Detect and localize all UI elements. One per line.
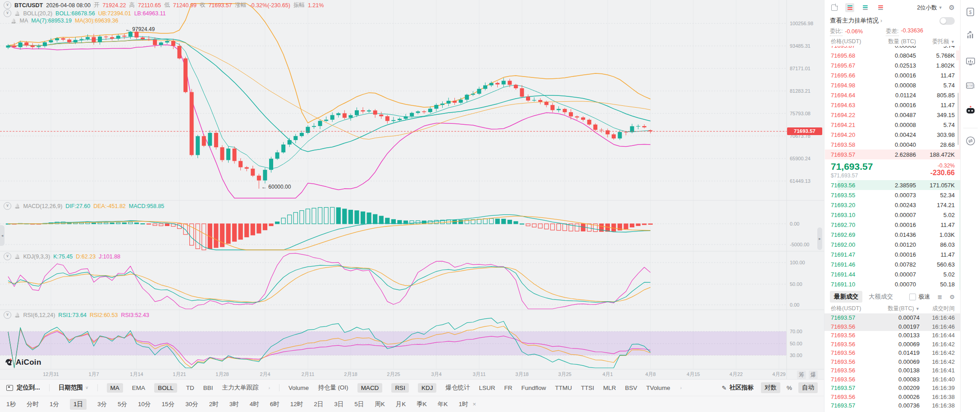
indicator-MA[interactable]: MA: [107, 383, 123, 393]
speed-checkbox[interactable]: [909, 294, 916, 300]
ask-row[interactable]: 71694.640.01124805.85: [824, 90, 960, 100]
bid-row[interactable]: 71692.700.0001611.47: [824, 220, 960, 230]
ask-row[interactable]: 71694.980.000085.74: [824, 80, 960, 90]
etf-icon[interactable]: ETF: [966, 81, 975, 91]
alert-bell-icon[interactable]: 🔔: [14, 11, 20, 16]
bid-row[interactable]: 71693.100.000075.02: [824, 210, 960, 220]
bot-icon[interactable]: [966, 105, 975, 115]
bid-row[interactable]: 71693.562.38595171.057K: [824, 180, 960, 190]
bid-row[interactable]: 71693.200.00243174.21: [824, 200, 960, 210]
timeframe-4时[interactable]: 4时: [250, 400, 259, 408]
bid-row[interactable]: 71690.980.000085.74: [824, 289, 960, 290]
chip-button-筹[interactable]: 筹: [797, 371, 806, 379]
main-orders-toggle[interactable]: [939, 17, 955, 25]
bid-row[interactable]: 71692.690.014361.03K: [824, 230, 960, 240]
timeframe-1秒[interactable]: 1秒: [6, 400, 16, 408]
decimal-selector[interactable]: 2位小数 ▼: [917, 4, 942, 12]
indicator-MLR[interactable]: MLR: [603, 385, 616, 391]
timeframe-2日[interactable]: 2日: [314, 400, 323, 408]
trade-row[interactable]: 71693.560.0141916:16:42: [824, 349, 960, 358]
indicator-TVolume[interactable]: TVolume: [646, 385, 670, 391]
collapse-chevron-icon[interactable]: ∨: [4, 253, 11, 260]
indicator-TTMU[interactable]: TTMU: [555, 385, 572, 391]
ask-row[interactable]: 71693.572.62886188.472K: [824, 149, 960, 159]
indicator-主力大单跟踪[interactable]: 主力大单跟踪: [222, 384, 258, 392]
timeframe-10分[interactable]: 10分: [138, 400, 151, 408]
sort-list-icon[interactable]: ≣: [937, 294, 942, 300]
timeframe-30分[interactable]: 30分: [185, 400, 198, 408]
trade-row[interactable]: 71693.560.0006916:16:42: [824, 358, 960, 367]
timeframe-分时[interactable]: 分时: [27, 400, 39, 408]
trade-row[interactable]: 71693.560.0006916:16:42: [824, 340, 960, 349]
collapse-chevron-icon[interactable]: ∨: [4, 311, 11, 319]
scrollbar[interactable]: [957, 93, 959, 145]
indicator-BOLL[interactable]: BOLL: [154, 383, 177, 393]
collapse-chevron-icon[interactable]: ∨: [4, 202, 11, 210]
trade-row[interactable]: 71693.570.0020916:16:39: [824, 384, 960, 393]
monitor-icon[interactable]: [966, 57, 975, 67]
depth-bids-icon[interactable]: [861, 3, 870, 12]
chip-button-爆[interactable]: 爆: [809, 371, 818, 379]
indicator-LSUR[interactable]: LSUR: [479, 385, 495, 391]
gear-icon[interactable]: ⚙: [949, 294, 955, 300]
timeframe-×[interactable]: ×: [472, 401, 476, 407]
indicator-TD[interactable]: TD: [186, 385, 194, 391]
timeframe-年K[interactable]: 年K: [438, 400, 448, 408]
depth-both-icon[interactable]: [845, 3, 854, 12]
trade-row[interactable]: 71693.560.0013316:16:44: [824, 331, 960, 340]
ask-row[interactable]: 71694.200.00424303.98: [824, 130, 960, 140]
indicator-Volume[interactable]: Volume: [289, 385, 309, 391]
trade-row[interactable]: 71693.560.0008316:16:40: [824, 375, 960, 384]
market-icon[interactable]: [966, 30, 975, 40]
trade-row[interactable]: 71693.570.0073616:16:38: [824, 401, 960, 410]
trade-row[interactable]: 71693.570.0007416:16:46: [824, 313, 960, 322]
bid-row[interactable]: 71691.100.0007050.18: [824, 279, 960, 289]
timeframe-12时[interactable]: 12时: [290, 400, 303, 408]
alert-bell-icon[interactable]: 🔔: [14, 312, 20, 317]
timeframe-月K[interactable]: 月K: [396, 400, 406, 408]
indicator-FR[interactable]: FR: [504, 385, 512, 391]
tab-大额成交[interactable]: 大额成交: [869, 293, 893, 301]
scale-对数[interactable]: 对数: [761, 382, 780, 393]
trade-row[interactable]: 71693.57: [824, 410, 960, 412]
scale-%[interactable]: %: [787, 385, 792, 391]
ask-row[interactable]: 71695.660.0001611.47: [824, 70, 960, 80]
trade-row[interactable]: 71693.560.0002616:16:38: [824, 393, 960, 402]
qty-sort-header[interactable]: 数量(BTC) ▼: [872, 305, 920, 312]
indicator-BBI[interactable]: BBI: [203, 385, 213, 391]
ask-row[interactable]: 71695.870.000085.74: [824, 46, 960, 50]
ask-row[interactable]: 71694.210.000085.74: [824, 120, 960, 130]
bid-row[interactable]: 71691.460.00782560.63: [824, 259, 960, 269]
alert-bell-icon[interactable]: 🔔: [11, 18, 16, 23]
date-range-button[interactable]: 日期范围: [59, 384, 83, 392]
community-indicators-button[interactable]: 社区指标: [729, 384, 754, 392]
alert-bell-icon[interactable]: 🔔: [14, 204, 20, 208]
fund-icon[interactable]: $: [966, 7, 975, 17]
collapse-chevron-icon[interactable]: ∨: [4, 9, 11, 17]
ask-row[interactable]: 71694.630.0001611.47: [824, 100, 960, 110]
timeframe-5分[interactable]: 5分: [118, 400, 127, 408]
amount-sort-header[interactable]: 委托额 ▼: [916, 38, 955, 45]
panel-collapse-handle[interactable]: ▸: [817, 227, 822, 250]
timeframe-1分[interactable]: 1分: [50, 400, 59, 408]
pane-collapse-left-handle[interactable]: ◂: [0, 225, 5, 246]
ask-row[interactable]: 71693.580.0004028.68: [824, 140, 960, 149]
ask-row[interactable]: 71694.220.00487349.15: [824, 110, 960, 120]
bid-row[interactable]: 71691.470.0001611.47: [824, 249, 960, 259]
bid-row[interactable]: 71692.000.0012086.03: [824, 240, 960, 249]
indicator-BSV[interactable]: BSV: [625, 385, 637, 391]
indicator-RSI[interactable]: RSI: [391, 383, 409, 393]
bid-row[interactable]: 71693.550.0007352.34: [824, 190, 960, 200]
timeframe-2时[interactable]: 2时: [209, 400, 219, 408]
indicator-EMA[interactable]: EMA: [132, 385, 145, 391]
timeframe-6时[interactable]: 6时: [270, 400, 279, 408]
ask-row[interactable]: 71695.680.080455.768K: [824, 50, 960, 60]
alert-bell-icon[interactable]: 🔔: [14, 254, 20, 259]
kline-chart[interactable]: 100256.9893485.3187171.0181283.2175793.0…: [0, 0, 824, 379]
trade-row[interactable]: 71693.560.0019716:16:46: [824, 322, 960, 331]
gear-icon[interactable]: ⚙: [949, 4, 955, 12]
timeframe-3日[interactable]: 3日: [334, 400, 343, 408]
locate-button[interactable]: 定位到...: [17, 384, 40, 392]
indicator-爆仓统计[interactable]: 爆仓统计: [445, 384, 470, 392]
depth-combo-icon[interactable]: [830, 3, 839, 12]
